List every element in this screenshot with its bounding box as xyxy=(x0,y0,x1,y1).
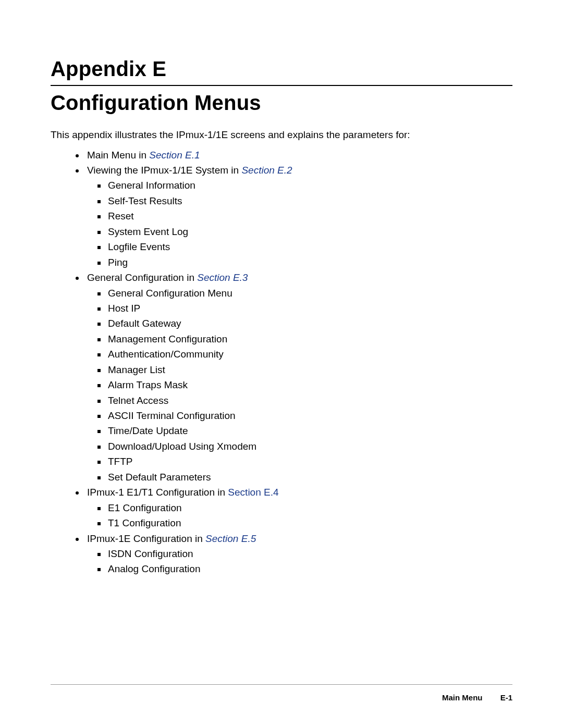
sub-list-item: General Configuration Menu xyxy=(107,286,512,301)
sub-list-item: Alarm Traps Mask xyxy=(107,377,512,392)
section-link[interactable]: Section E.5 xyxy=(205,533,256,544)
sub-list: General InformationSelf-Test ResultsRese… xyxy=(87,178,512,270)
list-item-text: Viewing the IPmux-1/1E System in xyxy=(87,165,241,176)
sub-list-item: ASCII Terminal Configuration xyxy=(107,408,512,423)
title-rule xyxy=(51,85,512,86)
sub-list: General Configuration MenuHost IPDefault… xyxy=(87,286,512,485)
sub-list-item: General Information xyxy=(107,178,512,193)
sub-list-item: Ping xyxy=(107,255,512,270)
sub-list-item: E1 Configuration xyxy=(107,500,512,515)
sub-list-item: TFTP xyxy=(107,454,512,469)
section-link[interactable]: Section E.2 xyxy=(241,165,292,176)
list-item: Main Menu in Section E.1 xyxy=(85,147,512,163)
sub-list-item: Logfile Events xyxy=(107,239,512,254)
list-item: IPmux-1E Configuration in Section E.5ISD… xyxy=(85,531,512,577)
sub-list-item: Host IP xyxy=(107,301,512,316)
sub-list-item: System Event Log xyxy=(107,224,512,239)
sub-list-item: Manager List xyxy=(107,362,512,377)
sub-list-item: Self-Test Results xyxy=(107,193,512,208)
sub-list-item: Download/Upload Using Xmodem xyxy=(107,439,512,454)
sub-list-item: Telnet Access xyxy=(107,393,512,408)
list-item-text: IPmux-1 E1/T1 Configuration in xyxy=(87,487,228,498)
document-page: Appendix E Configuration Menus This appe… xyxy=(0,0,563,728)
sub-list-item: Reset xyxy=(107,208,512,224)
sub-list-item: T1 Configuration xyxy=(107,515,512,530)
list-item: Viewing the IPmux-1/1E System in Section… xyxy=(85,163,512,270)
list-item: IPmux-1 E1/T1 Configuration in Section E… xyxy=(85,485,512,530)
footer-page-number: E-1 xyxy=(500,693,512,702)
footer-section-label: Main Menu xyxy=(442,693,483,702)
list-item-text: Main Menu in xyxy=(87,150,149,161)
sub-list-item: ISDN Configuration xyxy=(107,546,512,561)
sub-list-item: Set Default Parameters xyxy=(107,470,512,485)
sub-list-item: Analog Configuration xyxy=(107,561,512,576)
sub-list-item: Management Configuration xyxy=(107,331,512,347)
sub-list: E1 ConfigurationT1 Configuration xyxy=(87,500,512,531)
intro-paragraph: This appendix illustrates the IPmux-1/1E… xyxy=(51,128,512,142)
page-footer: Main Menu E-1 xyxy=(51,684,512,702)
sub-list-item: Authentication/Community xyxy=(107,347,512,362)
section-link[interactable]: Section E.1 xyxy=(149,150,200,161)
section-link[interactable]: Section E.3 xyxy=(197,272,248,283)
sub-list: ISDN ConfigurationAnalog Configuration xyxy=(87,546,512,577)
outline-list: Main Menu in Section E.1Viewing the IPmu… xyxy=(51,147,512,577)
list-item-text: IPmux-1E Configuration in xyxy=(87,533,205,544)
title-appendix: Appendix E xyxy=(51,57,512,81)
sub-list-item: Default Gateway xyxy=(107,316,512,331)
title-subtitle: Configuration Menus xyxy=(51,91,512,115)
section-link[interactable]: Section E.4 xyxy=(228,487,278,498)
list-item-text: General Configuration in xyxy=(87,272,197,283)
footer-rule xyxy=(51,684,512,685)
sub-list-item: Time/Date Update xyxy=(107,423,512,438)
list-item: General Configuration in Section E.3Gene… xyxy=(85,270,512,485)
